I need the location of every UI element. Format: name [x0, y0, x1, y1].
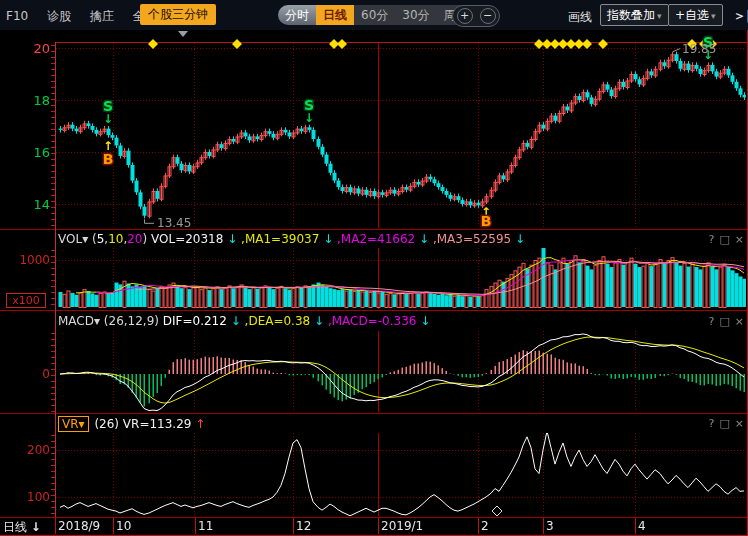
axis-tick: 12 — [296, 519, 311, 533]
help-icon[interactable]: ? — [709, 315, 715, 328]
vol-unit-label: x100 — [6, 293, 46, 308]
zoom-pill: + − — [452, 5, 500, 27]
zoom-in-button[interactable]: + — [457, 8, 473, 24]
zoom-out-button[interactable]: − — [480, 8, 496, 24]
collapse-panel-icon[interactable]: ＞| — [733, 7, 748, 25]
maximize-icon[interactable]: □ — [719, 315, 729, 328]
stock-chart-window: F10 诊股 擒庄 全景 个股三分钟 分时 日线 60分 30分 周线▾ + −… — [0, 0, 748, 536]
axis-tick: 11 — [198, 519, 213, 533]
maximize-icon[interactable]: □ — [719, 233, 729, 246]
draw-line-button[interactable]: 画线 — [568, 9, 592, 26]
close-icon[interactable]: × — [735, 233, 744, 246]
help-icon[interactable]: ? — [709, 233, 715, 246]
tab-30min[interactable]: 30分 — [395, 5, 436, 25]
chart-canvas[interactable] — [0, 0, 748, 536]
axis-tick: 3 — [546, 519, 554, 533]
vol-panel-header: VOL▾ (5,10,20) VOL=20318 ↓ ,MA1=39037 ↓ … — [58, 232, 525, 250]
vr-values: (26) VR=113.29 ↑ — [91, 417, 206, 431]
menu-item-diagnose[interactable]: 诊股 — [47, 9, 71, 23]
vr-scale-100: 100 — [0, 490, 50, 504]
vr-panel-icons: ?□× — [704, 417, 744, 430]
macd-panel-header: MACD▾ (26,12,9) DIF=0.212 ↓ ,DEA=0.38 ↓ … — [58, 314, 430, 332]
close-icon[interactable]: × — [735, 315, 744, 328]
tab-daily[interactable]: 日线 — [316, 5, 354, 25]
help-icon[interactable]: ? — [709, 417, 715, 430]
axis-tick: 2019/1 — [381, 519, 423, 533]
period-tabs: 分时 日线 60分 30分 周线▾ — [278, 5, 481, 25]
down-arrow-icon: ↓ — [31, 520, 41, 534]
tab-60min[interactable]: 60分 — [354, 5, 395, 25]
index-overlay-button[interactable]: 指数叠加▾ — [600, 4, 669, 26]
price-label-14: 14 — [0, 197, 50, 212]
vol-panel-icons: ?□× — [704, 233, 744, 246]
axis-tick: 2 — [481, 519, 489, 533]
price-label-16: 16 — [0, 145, 50, 160]
vr-panel-header: VR▾ (26) VR=113.29 ↑ — [58, 416, 205, 434]
macd-panel-icons: ?□× — [704, 315, 744, 328]
toolbar: F10 诊股 擒庄 全景 个股三分钟 分时 日线 60分 30分 周线▾ + −… — [0, 0, 748, 30]
maximize-icon[interactable]: □ — [719, 417, 729, 430]
stock-3min-button[interactable]: 个股三分钟 — [140, 4, 216, 25]
axis-tick: 10 — [116, 519, 131, 533]
close-icon[interactable]: × — [735, 417, 744, 430]
tab-intraday[interactable]: 分时 — [278, 5, 316, 25]
vr-scale-200: 200 — [0, 443, 50, 457]
macd-indicator-dropdown[interactable]: MACD▾ — [58, 314, 100, 328]
chevron-down-icon: ▾ — [657, 11, 662, 21]
add-watchlist-button[interactable]: +自选▾ — [668, 4, 723, 26]
macd-zero-label: 0 — [0, 367, 50, 381]
macd-values: (26,12,9) DIF=0.212 ↓ ,DEA=0.38 ↓ ,MACD=… — [100, 314, 430, 328]
price-label-18: 18 — [0, 93, 50, 108]
price-label-20: 20 — [0, 41, 50, 56]
vol-values: (5,10,20) VOL=20318 ↓ ,MA1=39037 ↓ ,MA2=… — [88, 232, 525, 246]
axis-tick: 2018/9 — [58, 519, 100, 533]
axis-period-selector[interactable]: 日线 ↓ — [3, 519, 41, 536]
menu-item-banker[interactable]: 擒庄 — [90, 9, 114, 23]
chevron-down-icon: ▾ — [711, 11, 716, 21]
vol-indicator-dropdown[interactable]: VOL▾ — [58, 232, 88, 246]
vol-scale-label: 1000 — [0, 253, 50, 267]
axis-tick: 4 — [638, 519, 646, 533]
menu-item-f10[interactable]: F10 — [6, 9, 28, 23]
vr-indicator-dropdown[interactable]: VR▾ — [58, 416, 89, 432]
